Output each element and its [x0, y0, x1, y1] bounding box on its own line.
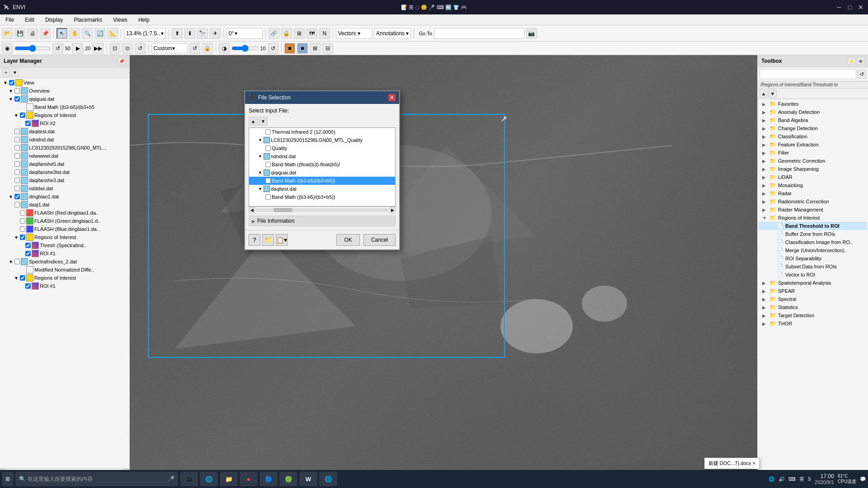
menu-display[interactable]: Display: [43, 16, 65, 24]
zoom-in-btn[interactable]: 🔍: [82, 28, 93, 39]
toolbox-refresh[interactable]: ↺: [857, 70, 866, 79]
tree-checkbox[interactable]: [14, 178, 20, 183]
taskbar-edge[interactable]: 🌐: [200, 472, 218, 486]
hscroll-left[interactable]: ◀: [249, 207, 255, 213]
file-list[interactable]: Thermal Infrared 2 (12.0000)▼LC812302920…: [249, 127, 396, 206]
toolbox-tree-item[interactable]: ▶ 📁 Spectral: [759, 295, 867, 303]
file-list-item[interactable]: ▼ndndnd.dat: [249, 152, 395, 160]
toolbox-tree-item[interactable]: 📄 Classification Image from RO..: [759, 238, 867, 246]
tree-checkbox[interactable]: [20, 226, 25, 232]
sync-btn[interactable]: 🔗: [269, 28, 279, 39]
toolbox-unstar[interactable]: ☆: [856, 57, 864, 65]
tree-expand[interactable]: ▼: [14, 276, 19, 281]
taskbar-app3[interactable]: 🟢: [279, 472, 297, 486]
tree-expand[interactable]: ▼: [8, 259, 14, 264]
file-checkbox[interactable]: [265, 178, 271, 183]
file-list-item[interactable]: Band Math ((float(b3)-float(b5)/: [249, 160, 395, 169]
toolbox-expand[interactable]: ▶: [762, 297, 768, 302]
toolbox-expand[interactable]: ▶: [762, 102, 768, 107]
tree-checkbox[interactable]: [14, 96, 20, 102]
color-btn1[interactable]: ■: [284, 43, 295, 54]
toolbox-expand[interactable]: ▼: [762, 216, 768, 221]
toolbox-tree-item[interactable]: ▶ 📁 Spatiotemporal Analysis: [759, 279, 867, 287]
hscroll-track[interactable]: [256, 208, 388, 212]
print-btn[interactable]: 🖨: [27, 28, 38, 39]
layer-tree-item[interactable]: FLAASH (Green:dingbiao1.d..: [1, 217, 128, 225]
toolbox-expand[interactable]: ▶: [762, 126, 768, 131]
toolbox-tree-item[interactable]: 📄 ROI Separability: [759, 254, 867, 263]
toolbox-tree-item[interactable]: ▶ 📁 Image Sharpening: [759, 165, 867, 173]
toolbox-expand[interactable]: ▶: [762, 134, 768, 139]
toolbox-expand[interactable]: ▶: [762, 305, 768, 310]
bookmark-btn[interactable]: 📌: [40, 28, 51, 39]
dialog-close-button[interactable]: ✕: [388, 94, 396, 101]
layer-tree-item[interactable]: ▼ View: [1, 79, 128, 87]
layer-tree-item[interactable]: ROI #1: [1, 249, 128, 258]
layer-tree-item[interactable]: Thresh (SpectralInd..: [1, 241, 128, 249]
file-hscrollbar[interactable]: ◀ ▶: [249, 206, 396, 213]
toolbox-expand[interactable]: ▶: [762, 118, 768, 123]
tree-expand[interactable]: ▼: [8, 89, 14, 94]
vectors-dropdown[interactable]: Vectors ▾: [336, 28, 372, 39]
toolbox-tree-item[interactable]: 📄 Vector to ROI: [759, 271, 867, 279]
layer-tree-item[interactable]: daqifanshe3.dat: [1, 176, 128, 184]
toolbox-tree-item[interactable]: ▶ 📁 Band Algebra: [759, 116, 867, 124]
toolbox-expand[interactable]: ▶: [762, 183, 768, 188]
menu-views[interactable]: Views: [111, 16, 129, 24]
layer-tree-item[interactable]: ndddwi.dat: [1, 184, 128, 192]
nav-up[interactable]: ⬆: [172, 28, 183, 39]
layer-tree-item[interactable]: ndndnd.dat: [1, 136, 128, 144]
layer-tree-item[interactable]: ▼ SpectralIndices_2.dat: [1, 258, 128, 266]
tree-expand[interactable]: ▼: [14, 113, 19, 118]
grid-btn[interactable]: ⊞: [294, 28, 305, 39]
file-list-item[interactable]: Band Math ((b3-b5)/(b3+b5)): [249, 177, 395, 185]
notification-icon[interactable]: 💬: [860, 476, 866, 482]
rotate-btn[interactable]: 🔄: [94, 28, 105, 39]
opacity-refresh[interactable]: ↺: [268, 43, 278, 54]
dialog-help-btn[interactable]: ?: [249, 234, 260, 246]
camera-btn[interactable]: 📷: [526, 28, 537, 39]
toolbox-tree-item[interactable]: 📄 Buffer Zone from ROIs: [759, 230, 867, 238]
file-list-item[interactable]: Thermal Infrared 2 (12.0000): [249, 128, 395, 136]
tb2-nav-fwd[interactable]: ▶: [72, 43, 83, 54]
map-view[interactable]: ↗: [130, 55, 757, 474]
toolbox-tree-item[interactable]: ▶ 📁 Change Detection: [759, 124, 867, 132]
custom-dropdown[interactable]: Custom ▾: [151, 43, 188, 53]
tree-checkbox[interactable]: [20, 235, 25, 240]
start-button[interactable]: ⊞: [2, 472, 14, 486]
toolbox-expand[interactable]: ▶: [762, 321, 768, 326]
layer-tree-item[interactable]: ROI #1: [1, 282, 128, 290]
toolbox-tree-item[interactable]: ▶ 📁 Mosaicking: [759, 181, 867, 189]
file-expand[interactable]: ▼: [258, 170, 263, 175]
toolbox-nav-down[interactable]: ▼: [769, 89, 777, 98]
toolbox-tree-item[interactable]: ▶ 📁 Filter: [759, 149, 867, 157]
layer-manager-pin[interactable]: 📌: [118, 57, 126, 65]
tree-expand[interactable]: ▼: [14, 235, 19, 240]
hscroll-right[interactable]: ▶: [389, 207, 396, 213]
tree-checkbox[interactable]: [14, 137, 20, 142]
opacity-btn1[interactable]: ◑: [219, 43, 230, 54]
toolbox-nav-up[interactable]: ▲: [760, 89, 768, 98]
tb2-refresh[interactable]: ↺: [52, 43, 63, 54]
layer-tree-item[interactable]: LC81230292015298LGN00_MTL...: [1, 144, 128, 152]
file-checkbox[interactable]: [265, 194, 271, 200]
layer-tree-item[interactable]: FLAASH (Red:dingbiao1.da..: [1, 209, 128, 217]
select-btn[interactable]: ↖: [57, 28, 67, 39]
tree-checkbox[interactable]: [14, 259, 20, 264]
zoom-dropdown[interactable]: 13.4% (1:7.5.. ▾: [124, 28, 166, 39]
toolbox-expand[interactable]: ▶: [762, 150, 768, 155]
toolbox-expand[interactable]: ▶: [762, 159, 768, 164]
taskbar-app1[interactable]: ●: [240, 472, 258, 486]
stretch-btn2[interactable]: ⊙: [122, 43, 133, 54]
tb2-btn1[interactable]: ◉: [2, 43, 13, 54]
layer-tree-item[interactable]: ▼ qiqiguai.dat: [1, 95, 128, 103]
toolbox-tree-item[interactable]: ▶ 📁 Statistics: [759, 303, 867, 311]
toolbox-search-input[interactable]: [760, 69, 856, 79]
tree-checkbox[interactable]: [25, 283, 31, 289]
toolbox-tree-item[interactable]: ▶ 📁 Favorites: [759, 100, 867, 108]
tree-checkbox[interactable]: [14, 145, 20, 150]
tree-expand[interactable]: ▼: [3, 80, 8, 85]
opacity-slider[interactable]: [231, 44, 259, 52]
hscroll-thumb[interactable]: [274, 208, 292, 212]
custom-lock[interactable]: 🔒: [202, 43, 213, 54]
